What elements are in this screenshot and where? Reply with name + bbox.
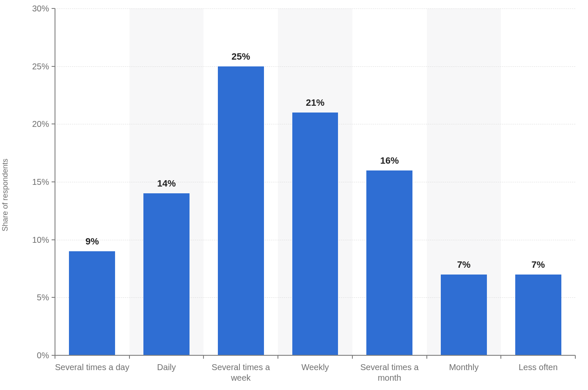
bar-value-label: 16% [366,155,412,166]
x-tick-label: Several times a day [55,359,129,373]
x-tick-mark [203,355,204,359]
bar-value-label: 25% [218,51,264,62]
x-tick-label: Daily [129,359,204,373]
y-tick-mark [52,8,55,9]
x-tick-mark [500,355,501,359]
bar[interactable]: 16% [366,170,412,355]
x-tick-mark [129,355,130,359]
y-tick-mark [52,124,55,124]
bar-value-label: 7% [515,259,561,270]
bar[interactable]: 25% [218,66,264,355]
x-tick-mark [278,355,278,359]
bars-group: 9%14%25%21%16%7%7% [55,8,575,355]
bar[interactable]: 7% [441,275,487,355]
x-tick-label: Several times a week [203,359,278,383]
x-tick-label: Several times a month [352,359,427,383]
y-axis-title: Share of respondents [1,159,10,231]
x-tick-mark [55,355,55,359]
bar-value-label: 7% [441,259,487,270]
x-tick-mark [575,355,576,359]
y-tick-mark [52,181,55,182]
chart-container: Share of respondents 9%14%25%21%16%7%7% … [0,0,588,390]
bar[interactable]: 14% [143,193,190,355]
x-tick-label: Less often [501,359,575,373]
bar[interactable]: 21% [292,113,338,355]
bar-value-label: 9% [69,236,115,247]
y-tick-mark [52,297,55,298]
bar[interactable]: 7% [515,275,561,355]
x-tick-mark [352,355,353,359]
bar-value-label: 21% [292,97,338,108]
x-tick-label: Weekly [278,359,352,373]
y-tick-mark [52,66,55,67]
plot-area: 9%14%25%21%16%7%7% 0%5%10%15%20%25%30% [55,8,575,355]
bar-value-label: 14% [143,178,190,189]
bar[interactable]: 9% [69,251,115,355]
x-tick-label: Monthly [427,359,501,373]
x-axis-line [55,355,575,356]
y-tick-mark [52,239,55,240]
x-tick-mark [426,355,427,359]
